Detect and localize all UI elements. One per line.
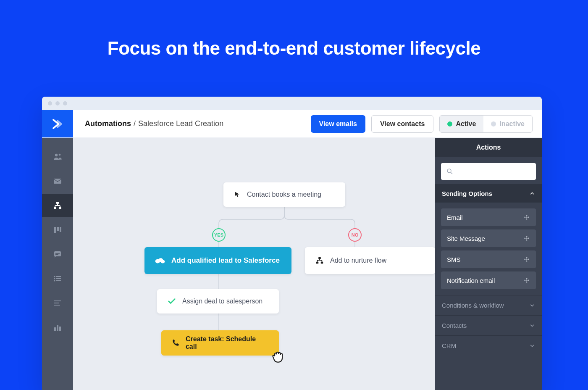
breadcrumb-leaf: Salesforce Lead Creation — [138, 119, 223, 128]
svg-rect-8 — [60, 227, 61, 232]
chat-icon — [52, 249, 63, 259]
svg-point-1 — [59, 154, 61, 156]
svg-rect-10 — [55, 253, 60, 254]
svg-point-12 — [54, 276, 55, 277]
sidebar-item-forms[interactable] — [42, 292, 73, 314]
accordion-label: Contacts — [442, 322, 467, 329]
action-email[interactable]: Email — [441, 208, 536, 226]
svg-rect-4 — [54, 207, 56, 209]
contacts-icon — [52, 152, 63, 162]
svg-point-14 — [54, 278, 55, 279]
accordion-contacts[interactable]: Contacts — [435, 315, 542, 335]
accordion-label: CRM — [442, 342, 456, 349]
automation-canvas[interactable]: YES NO Contact books a meeting Add quali… — [73, 138, 435, 390]
automation-small-icon — [315, 256, 324, 265]
panel-search[interactable] — [441, 163, 536, 180]
action-notification-email[interactable]: Notification email — [441, 271, 536, 289]
svg-rect-5 — [59, 207, 61, 209]
actions-panel: Actions Sending Options Email Site Messa… — [435, 138, 542, 390]
left-sidebar — [42, 138, 73, 390]
action-label: Notification email — [447, 277, 495, 284]
sidebar-item-contacts[interactable] — [42, 145, 73, 168]
breadcrumb: Automations / Salesforce Lead Creation — [73, 110, 223, 137]
chevron-logo-icon — [51, 118, 64, 130]
list-icon — [52, 274, 63, 284]
trigger-node[interactable]: Contact books a meeting — [223, 182, 345, 207]
chevron-up-icon — [529, 190, 535, 196]
automation-icon — [52, 200, 63, 211]
svg-point-30 — [447, 169, 451, 173]
breadcrumb-root[interactable]: Automations — [85, 119, 131, 128]
assign-label: Assign deal to salesperson — [182, 298, 262, 305]
window-dot — [48, 101, 52, 105]
task-label: Create task: Schedule call — [186, 335, 269, 350]
toggle-inactive-label: Inactive — [499, 120, 525, 128]
toggle-active-label: Active — [456, 120, 476, 128]
svg-rect-17 — [56, 280, 61, 281]
page-headline: Focus on the end-to-end customer lifecyc… — [0, 0, 588, 59]
svg-point-16 — [54, 280, 55, 281]
svg-rect-19 — [54, 303, 59, 303]
task-node[interactable]: Create task: Schedule call — [161, 330, 279, 356]
action-label: Email — [447, 214, 463, 221]
search-icon — [446, 168, 454, 175]
assign-node[interactable]: Assign deal to salesperson — [157, 289, 279, 314]
nurture-node[interactable]: Add to nurture flow — [305, 247, 435, 274]
action-label: Site Message — [447, 235, 485, 242]
toggle-active[interactable]: Active — [440, 116, 483, 132]
topbar: Automations / Salesforce Lead Creation V… — [42, 110, 542, 138]
trigger-label: Contact books a meeting — [247, 191, 321, 198]
svg-rect-20 — [54, 305, 60, 306]
chevron-down-icon — [529, 343, 535, 349]
browser-window: Automations / Salesforce Lead Creation V… — [42, 97, 542, 390]
accordion-label: Sending Options — [442, 190, 492, 197]
svg-rect-29 — [321, 262, 323, 264]
svg-rect-11 — [55, 254, 58, 255]
sidebar-item-conversations[interactable] — [42, 243, 73, 266]
salesforce-cloud-icon — [155, 256, 165, 265]
sidebar-item-deals[interactable] — [42, 219, 73, 241]
svg-rect-13 — [56, 276, 61, 277]
view-emails-button[interactable]: View emails — [311, 115, 365, 133]
sidebar-item-reports[interactable] — [42, 316, 73, 339]
accordion-conditions[interactable]: Conditions & workflow — [435, 295, 542, 315]
window-dot — [55, 101, 60, 105]
sidebar-item-email[interactable] — [42, 170, 73, 192]
salesforce-label: Add qualified lead to Salesforce — [171, 256, 280, 265]
toggle-inactive[interactable]: Inactive — [483, 116, 532, 132]
drag-handle-icon — [523, 214, 530, 221]
window-dot — [63, 101, 67, 105]
drag-handle-icon — [523, 256, 530, 263]
check-icon — [167, 297, 176, 306]
action-site-message[interactable]: Site Message — [441, 229, 536, 247]
accordion-label: Conditions & workflow — [442, 302, 504, 309]
panel-title: Actions — [435, 138, 542, 157]
email-icon — [52, 176, 63, 186]
action-sms[interactable]: SMS — [441, 250, 536, 268]
accordion-crm[interactable]: CRM — [435, 335, 542, 356]
svg-point-26 — [161, 260, 165, 263]
action-label: SMS — [447, 256, 461, 263]
svg-rect-21 — [54, 327, 56, 331]
drag-handle-icon — [523, 235, 530, 242]
svg-rect-18 — [54, 300, 61, 301]
app-logo[interactable] — [42, 110, 73, 137]
phone-icon — [171, 339, 180, 347]
accordion-sending-options[interactable]: Sending Options — [435, 184, 542, 203]
svg-rect-27 — [318, 257, 321, 259]
svg-point-0 — [55, 154, 58, 156]
cursor-icon — [234, 191, 241, 198]
branch-no-badge: NO — [348, 228, 362, 242]
svg-rect-3 — [56, 202, 59, 204]
view-contacts-button[interactable]: View contacts — [371, 115, 433, 133]
svg-rect-28 — [316, 262, 319, 264]
sidebar-item-lists[interactable] — [42, 267, 73, 290]
salesforce-node[interactable]: Add qualified lead to Salesforce — [144, 247, 291, 274]
status-dot-inactive-icon — [491, 121, 496, 126]
text-lines-icon — [52, 298, 63, 308]
svg-rect-6 — [54, 227, 56, 233]
sidebar-item-automations[interactable] — [42, 194, 73, 217]
svg-rect-9 — [54, 251, 61, 256]
status-dot-active-icon — [447, 121, 452, 126]
svg-rect-2 — [54, 179, 61, 184]
